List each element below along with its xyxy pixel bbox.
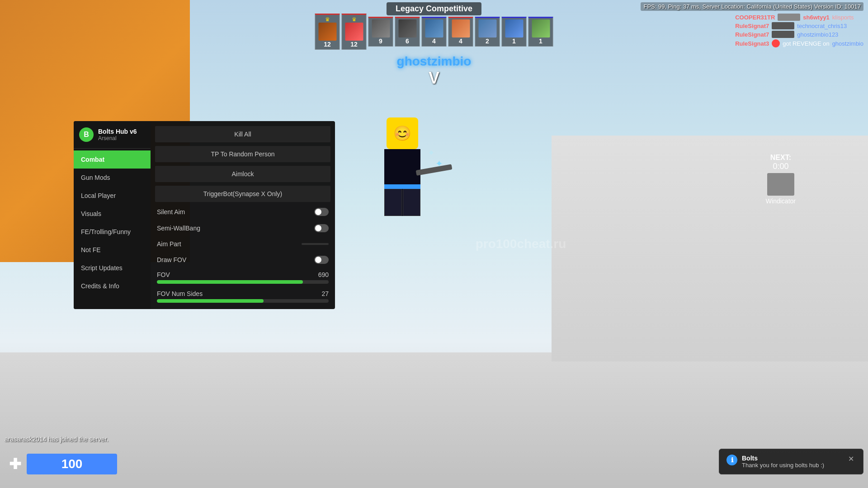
gun-icon [772, 31, 794, 38]
player-name: ghostzimbio [832, 40, 863, 47]
char-leg-right [403, 189, 420, 216]
triggerbot-button[interactable]: TriggerBot(Synapse X Only) [155, 186, 330, 202]
join-message: arasarask2014 has joined the server. [5, 436, 108, 443]
player-list-item: COOPER31TR sh6wtyy1 klisports [735, 14, 863, 21]
revenge-text: got REVENGE on [783, 40, 829, 47]
char-leg-left [384, 189, 402, 216]
player-name: sh6wtyy1 [803, 14, 830, 21]
sidebar-item-not-fe[interactable]: Not FE [74, 241, 151, 259]
semi-wallbang-row: Semi-WallBang [151, 221, 335, 236]
player-name: RuleSignat7 [735, 23, 769, 29]
player-name: COOPER31TR [735, 14, 775, 21]
health-bg: 100 [27, 454, 117, 474]
sparkle-effect: ✦ [435, 158, 443, 169]
sidebar-item-fe-trolling[interactable]: FE/Trolling/Funny [74, 223, 151, 241]
silent-aim-row: Silent Aim [151, 204, 335, 220]
health-plus-icon: ✚ [9, 455, 21, 473]
draw-fov-toggle[interactable] [314, 256, 329, 264]
sparkle-effect: ✧ [429, 149, 434, 156]
player-name: RuleSignat7 [735, 31, 769, 38]
semi-wallbang-toggle[interactable] [314, 224, 329, 232]
silent-aim-label: Silent Aim [157, 208, 185, 216]
aim-part-label: Aim Part [157, 240, 181, 248]
player-name: technocrat_chris13 [797, 23, 847, 29]
health-value: 100 [61, 457, 83, 471]
notification-title: Bolts [742, 455, 824, 462]
revenge-icon [772, 39, 780, 47]
fov-label: FOV [157, 271, 170, 278]
silent-aim-toggle[interactable] [314, 208, 329, 216]
fov-slider[interactable] [157, 280, 329, 284]
fps-info: FPS: 99, Ping: 37 ms, Server Location: C… [641, 2, 863, 11]
notification-icon: ℹ [726, 455, 737, 465]
kill-all-button[interactable]: Kill All [155, 126, 330, 142]
aim-part-row: Aim Part [151, 237, 335, 251]
player-list-item: RuleSignat7 ghostzimbio123 [735, 31, 863, 38]
menu-header: B Bolts Hub v6 Arsenal [74, 121, 151, 149]
fov-slider-fill [157, 280, 303, 284]
fov-sides-slider-fill [157, 299, 264, 303]
fov-slider-labels: FOV 690 [157, 271, 329, 278]
fov-slider-row: FOV 690 [151, 268, 335, 286]
menu-sidebar: B Bolts Hub v6 Arsenal Combat Gun Mods L… [74, 121, 151, 309]
gun-icon [778, 14, 800, 21]
menu-title-area: Bolts Hub v6 Arsenal [98, 128, 137, 142]
char-head: 😊 [387, 117, 418, 149]
draw-fov-row: Draw FOV [151, 252, 335, 267]
toggle-knob [315, 209, 321, 215]
health-bar: ✚ 100 [9, 454, 117, 474]
fov-value: 690 [318, 271, 329, 278]
char-legs [384, 189, 420, 216]
player-character: 😊 ✦ ✧ [375, 117, 429, 208]
sidebar-item-script-updates[interactable]: Script Updates [74, 259, 151, 277]
char-torso [384, 149, 420, 185]
sidebar-item-local-player[interactable]: Local Player [74, 187, 151, 205]
player-name: RuleSignat3 [735, 40, 769, 47]
fov-sides-labels: FOV Num Sides 27 [157, 290, 329, 297]
notification-popup: ℹ Bolts Thank you for using bolts hub :)… [719, 449, 863, 474]
menu-logo: B [79, 127, 94, 142]
sidebar-item-combat[interactable]: Combat [74, 150, 151, 169]
sidebar-item-gun-mods[interactable]: Gun Mods [74, 169, 151, 187]
tp-random-button[interactable]: TP To Random Person [155, 146, 330, 162]
notification-content: Bolts Thank you for using bolts hub :) [742, 455, 824, 469]
platform-right [552, 136, 868, 361]
fov-sides-value: 27 [321, 290, 329, 297]
menu-subtitle: Arsenal [98, 135, 137, 141]
semi-wallbang-label: Semi-WallBang [157, 225, 200, 232]
sidebar-item-visuals[interactable]: Visuals [74, 205, 151, 223]
aim-part-dropdown[interactable] [302, 243, 329, 245]
fov-sides-slider-row: FOV Num Sides 27 [151, 287, 335, 305]
player-list: COOPER31TR sh6wtyy1 klisports RuleSignat… [735, 14, 863, 47]
gun-icon [772, 22, 794, 29]
notification-close-button[interactable]: ✕ [846, 455, 856, 463]
sidebar-nav: Combat Gun Mods Local Player Visuals FE/… [74, 149, 151, 297]
sidebar-item-credits-info[interactable]: Credits & Info [74, 277, 151, 295]
toggle-knob [315, 225, 321, 231]
menu-title: Bolts Hub v6 [98, 128, 137, 136]
fov-sides-label: FOV Num Sides [157, 290, 203, 297]
player-name: ghostzimbio123 [797, 31, 838, 38]
cheat-menu: B Bolts Hub v6 Arsenal Combat Gun Mods L… [74, 121, 335, 309]
fov-sides-slider[interactable] [157, 299, 329, 303]
menu-content: Kill All TP To Random Person Aimlock Tri… [151, 121, 335, 309]
draw-fov-label: Draw FOV [157, 256, 186, 263]
player-label: klisports [832, 14, 854, 21]
player-list-item: RuleSignat3 got REVENGE on ghostzimbio [735, 39, 863, 47]
toggle-knob [315, 257, 321, 263]
aimlock-button[interactable]: Aimlock [155, 166, 330, 182]
notification-body: Thank you for using bolts hub :) [742, 462, 824, 469]
player-list-item: RuleSignat7 technocrat_chris13 [735, 22, 863, 29]
